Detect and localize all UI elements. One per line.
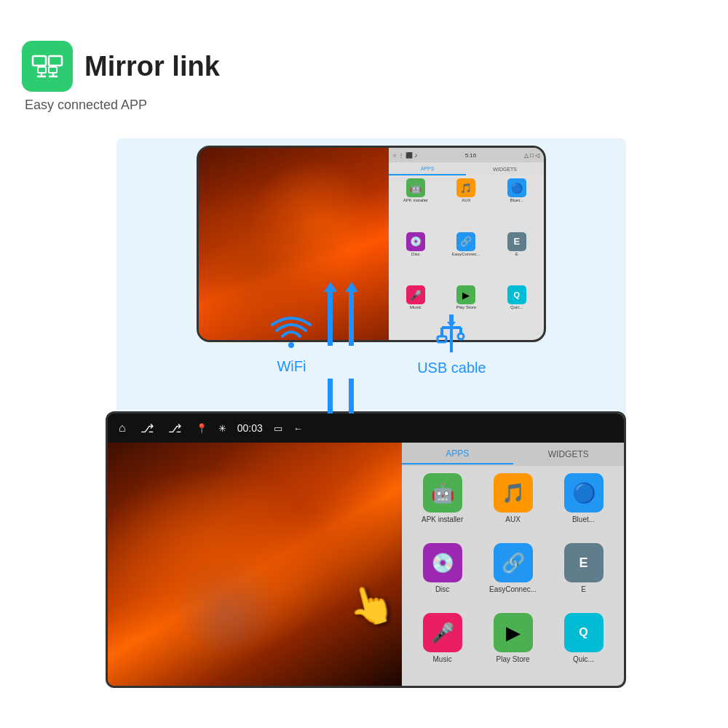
- arrow-up-2: [349, 291, 354, 346]
- phone-quic-icon: Q: [507, 285, 526, 304]
- phone-tab-widgets[interactable]: WIDGETS: [466, 162, 544, 175]
- car-bt-status-icon: ✳: [218, 423, 226, 434]
- car-tab-widgets[interactable]: WIDGETS: [513, 445, 624, 464]
- connection-icons-section: WiFi USB cable: [218, 313, 539, 376]
- car-play-label: Play Store: [496, 655, 529, 663]
- downward-arrows: [328, 379, 354, 415]
- car-usb-icon: ⎇: [141, 422, 154, 435]
- phone-video-content: [199, 148, 389, 340]
- phone-bt-icon: 🔵: [507, 178, 526, 197]
- svg-marker-14: [447, 314, 456, 328]
- arrow-down-1: [328, 379, 333, 415]
- car-usb2-icon: ⎇: [168, 422, 181, 435]
- car-disc-label: Disc: [435, 585, 449, 593]
- car-app-easy[interactable]: 🔗 EasyConnec...: [480, 543, 546, 609]
- car-aux-icon: 🎵: [494, 473, 533, 513]
- car-app-screen: APPS WIDGETS 🤖 APK installer 🎵 AUX 🔵 Blu…: [402, 414, 624, 686]
- mirror-link-icon: [22, 41, 73, 92]
- car-e-icon: E: [564, 543, 604, 582]
- wifi-icon: [271, 314, 312, 355]
- phone-bt-label: Bluet...: [510, 198, 523, 202]
- phone-e-icon: E: [507, 232, 526, 251]
- car-quic-icon: Q: [564, 613, 604, 652]
- car-status-right: 📍 ✳ 00:03 ▭ ←: [196, 422, 303, 434]
- car-apk-icon: 🤖: [423, 473, 462, 513]
- car-music-icon: 🎤: [423, 613, 462, 652]
- car-app-e[interactable]: E E: [550, 543, 617, 609]
- phone-app-screen: ○ ⋮ ⬛ ♪ 5:16 △ □ ◁ APPS WIDGETS 🤖 APK in…: [389, 148, 544, 340]
- svg-rect-2: [38, 67, 46, 73]
- car-quic-label: Quic...: [573, 655, 594, 663]
- car-back-icon: ←: [293, 423, 303, 434]
- phone-status-right: △ □ ◁: [524, 152, 539, 159]
- phone-aux-icon: 🎵: [456, 178, 475, 197]
- car-window-icon: ▭: [274, 423, 282, 434]
- wifi-label: WiFi: [277, 358, 306, 375]
- car-status-bar: ⌂ ⎇ ⎇ 📍 ✳ 00:03 ▭ ←: [108, 414, 624, 443]
- phone-disc-label: Disc: [411, 252, 420, 256]
- car-easy-label: EasyConnec...: [489, 585, 537, 593]
- car-music-label: Music: [433, 655, 452, 663]
- svg-rect-0: [33, 56, 46, 66]
- car-location-icon: 📍: [196, 423, 207, 434]
- car-app-play[interactable]: ▶ Play Store: [480, 613, 546, 678]
- phone-app-disc[interactable]: 💿 Disc: [392, 232, 440, 284]
- car-app-apk[interactable]: 🤖 APK installer: [409, 473, 475, 539]
- svg-rect-1: [49, 56, 62, 66]
- phone-play-icon: ▶: [456, 285, 475, 304]
- phone-time: 5:16: [465, 152, 477, 159]
- usb-item: USB cable: [417, 313, 486, 376]
- car-app-aux[interactable]: 🎵 AUX: [480, 473, 546, 539]
- phone-easy-icon: 🔗: [456, 232, 475, 251]
- mirror-link-title: Mirror link: [84, 51, 220, 82]
- header-section: Mirror link Easy connected APP: [22, 41, 220, 113]
- phone-aux-label: AUX: [462, 198, 470, 202]
- phone-status-icons: ○ ⋮ ⬛ ♪: [393, 152, 418, 159]
- phone-disc-icon: 💿: [406, 232, 425, 251]
- phone-tabs: APPS WIDGETS: [389, 162, 544, 175]
- car-bt-icon: 🔵: [564, 473, 604, 513]
- car-app-disc[interactable]: 💿 Disc: [409, 543, 475, 609]
- car-disc-icon: 💿: [423, 543, 462, 582]
- car-app-music[interactable]: 🎤 Music: [409, 613, 475, 678]
- phone-status-bar: ○ ⋮ ⬛ ♪ 5:16 △ □ ◁: [389, 148, 544, 162]
- phone-app-aux[interactable]: 🎵 AUX: [442, 178, 490, 230]
- car-video-content: 👆: [108, 414, 402, 686]
- usb-icon: [433, 313, 470, 357]
- phone-app-bt[interactable]: 🔵 Bluet...: [493, 178, 541, 230]
- car-apps-grid: 🤖 APK installer 🎵 AUX 🔵 Bluet... 💿 Disc …: [402, 466, 624, 686]
- mirror-link-row: Mirror link: [22, 41, 220, 92]
- arrow-up-1: [328, 291, 333, 346]
- phone-quic-label: Quic...: [510, 305, 523, 309]
- car-home-icon: ⌂: [119, 422, 126, 435]
- watermark: es.carmitek.com: [284, 693, 443, 716]
- car-bt-label: Bluet...: [572, 515, 595, 523]
- phone-app-easy[interactable]: 🔗 EasyConnec...: [442, 232, 490, 284]
- phone-music-label: Music: [410, 305, 422, 309]
- phone-apk-label: APK installer: [403, 198, 428, 202]
- car-apk-label: APK installer: [422, 515, 463, 523]
- car-head-unit: ⌂ ⎇ ⎇ 📍 ✳ 00:03 ▭ ← 👆 APPS WIDGETS 🤖 APK…: [106, 411, 626, 688]
- phone-e-label: E: [515, 252, 518, 256]
- phone-tab-apps[interactable]: APPS: [389, 162, 467, 175]
- car-tabs: APPS WIDGETS: [402, 443, 624, 466]
- svg-point-13: [458, 333, 464, 339]
- usb-label: USB cable: [417, 360, 486, 376]
- phone-app-e[interactable]: E E: [493, 232, 541, 284]
- car-tab-apps[interactable]: APPS: [402, 444, 513, 464]
- phone-music-icon: 🎤: [406, 285, 425, 304]
- svg-rect-3: [49, 67, 57, 73]
- phone-play-label: Play Store: [456, 305, 476, 309]
- car-app-quic[interactable]: Q Quic...: [550, 613, 617, 678]
- phone-easy-label: EasyConnec...: [452, 252, 480, 256]
- arrow-down-2: [349, 379, 354, 415]
- car-time: 00:03: [237, 422, 263, 434]
- car-app-bt[interactable]: 🔵 Bluet...: [550, 473, 617, 539]
- wifi-item: WiFi: [271, 314, 312, 375]
- easy-connected-label: Easy connected APP: [25, 98, 220, 113]
- phone-app-apk[interactable]: 🤖 APK installer: [392, 178, 440, 230]
- car-video-frame: [108, 414, 402, 686]
- car-easy-icon: 🔗: [494, 543, 533, 582]
- car-e-label: E: [581, 585, 586, 593]
- phone-video-frame: [199, 148, 389, 340]
